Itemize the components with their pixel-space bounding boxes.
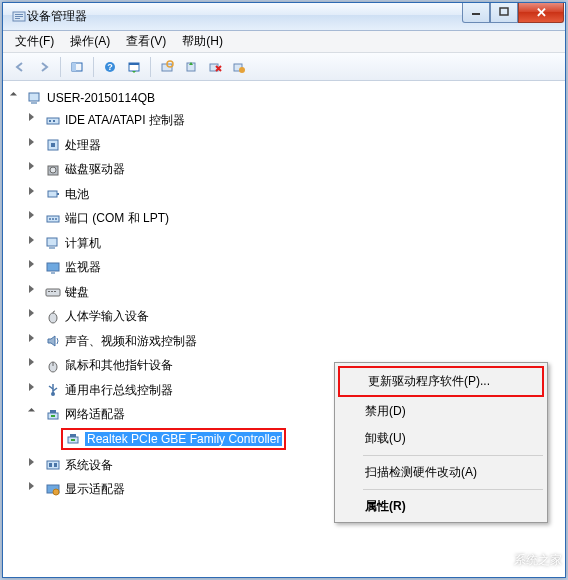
menu-separator — [363, 489, 543, 490]
maximize-button[interactable] — [490, 3, 518, 23]
svg-rect-49 — [50, 410, 56, 413]
node-label: 系统设备 — [65, 457, 113, 474]
tree-node[interactable]: IDE ATA/ATAPI 控制器 — [43, 109, 561, 134]
tree-node[interactable]: 电池 — [43, 183, 561, 208]
expand-toggle[interactable] — [29, 383, 38, 392]
menu-help[interactable]: 帮助(H) — [174, 31, 231, 52]
separator — [93, 57, 94, 77]
hid-icon — [45, 309, 61, 325]
network-adapter-icon — [65, 431, 81, 447]
expand-toggle[interactable] — [29, 187, 38, 196]
node-label: 监视器 — [65, 259, 101, 276]
forward-button[interactable] — [33, 56, 55, 78]
expand-toggle[interactable] — [29, 113, 38, 122]
tree-node[interactable]: 键盘 — [43, 281, 561, 306]
svg-rect-27 — [48, 191, 57, 197]
system-icon — [45, 457, 61, 473]
expand-toggle[interactable] — [29, 407, 38, 416]
titlebar[interactable]: 设备管理器 ✕ — [3, 3, 565, 31]
watermark: 系统之家 — [482, 546, 562, 574]
close-button[interactable]: ✕ — [518, 3, 564, 23]
scan-hardware-button[interactable] — [156, 56, 178, 78]
tree-node[interactable]: 磁盘驱动器 — [43, 158, 561, 183]
update-driver-button[interactable] — [180, 56, 202, 78]
show-hide-console-button[interactable] — [66, 56, 88, 78]
expand-toggle[interactable] — [29, 334, 38, 343]
computer-icon — [45, 235, 61, 251]
app-icon — [11, 9, 27, 25]
node-label: 显示适配器 — [65, 481, 125, 498]
expand-toggle[interactable] — [29, 309, 38, 318]
menu-separator — [363, 455, 543, 456]
expand-toggle[interactable] — [29, 358, 38, 367]
svg-rect-54 — [47, 461, 59, 469]
network-icon — [45, 407, 61, 423]
selected-device-label: Realtek PCIe GBE Family Controller — [85, 432, 282, 446]
svg-point-31 — [52, 218, 54, 220]
expand-toggle[interactable] — [29, 162, 38, 171]
node-label: 声音、视频和游戏控制器 — [65, 333, 197, 350]
tree-node[interactable]: 人体学输入设备 — [43, 305, 561, 330]
minimize-button[interactable] — [462, 3, 490, 23]
context-menu: 更新驱动程序软件(P)... 禁用(D) 卸载(U) 扫描检测硬件改动(A) 属… — [334, 362, 548, 523]
svg-rect-37 — [46, 289, 60, 296]
node-label: 处理器 — [65, 137, 101, 154]
svg-rect-38 — [48, 291, 50, 292]
expand-toggle[interactable] — [11, 91, 20, 100]
expand-toggle[interactable] — [29, 285, 38, 294]
menu-action[interactable]: 操作(A) — [62, 31, 118, 52]
monitor-icon — [45, 260, 61, 276]
menubar: 文件(F) 操作(A) 查看(V) 帮助(H) — [3, 31, 565, 53]
svg-rect-11 — [129, 63, 139, 65]
menu-uninstall[interactable]: 卸载(U) — [337, 425, 545, 452]
expand-toggle[interactable] — [29, 260, 38, 269]
cpu-icon — [45, 137, 61, 153]
expand-toggle[interactable] — [29, 458, 38, 467]
tree-node[interactable]: 监视器 — [43, 256, 561, 281]
svg-rect-56 — [54, 463, 57, 467]
separator — [60, 57, 61, 77]
separator — [150, 57, 151, 77]
node-label: 端口 (COM 和 LPT) — [65, 210, 169, 227]
node-label: 计算机 — [65, 235, 101, 252]
tree-node[interactable]: 声音、视频和游戏控制器 — [43, 330, 561, 355]
svg-rect-19 — [31, 102, 37, 104]
node-label: 键盘 — [65, 284, 89, 301]
expand-toggle[interactable] — [29, 482, 38, 491]
svg-rect-1 — [15, 14, 23, 15]
node-label: 鼠标和其他指针设备 — [65, 357, 173, 374]
svg-rect-24 — [51, 143, 55, 147]
disable-button[interactable] — [204, 56, 226, 78]
back-button[interactable] — [9, 56, 31, 78]
svg-rect-18 — [29, 93, 39, 101]
svg-rect-22 — [53, 120, 55, 122]
expand-toggle[interactable] — [29, 236, 38, 245]
uninstall-button[interactable] — [228, 56, 250, 78]
node-label: 通用串行总线控制器 — [65, 382, 173, 399]
svg-rect-33 — [47, 238, 57, 246]
root-label: USER-20150114QB — [47, 91, 155, 105]
highlight-box: 更新驱动程序软件(P)... — [338, 366, 544, 397]
tree-node[interactable]: 计算机 — [43, 232, 561, 257]
menu-properties[interactable]: 属性(R) — [337, 493, 545, 520]
properties-button[interactable] — [123, 56, 145, 78]
menu-file[interactable]: 文件(F) — [7, 31, 62, 52]
menu-view[interactable]: 查看(V) — [118, 31, 174, 52]
menu-scan-hardware[interactable]: 扫描检测硬件改动(A) — [337, 459, 545, 486]
sound-icon — [45, 333, 61, 349]
mouse-icon — [45, 358, 61, 374]
menu-update-driver[interactable]: 更新驱动程序软件(P)... — [340, 368, 542, 395]
svg-point-17 — [239, 67, 245, 73]
svg-text:?: ? — [107, 62, 113, 72]
svg-point-30 — [49, 218, 51, 220]
tree-node[interactable]: 处理器 — [43, 134, 561, 159]
svg-rect-36 — [51, 272, 55, 274]
svg-point-26 — [50, 167, 56, 173]
help-button[interactable]: ? — [99, 56, 121, 78]
expand-toggle[interactable] — [29, 138, 38, 147]
menu-disable[interactable]: 禁用(D) — [337, 398, 545, 425]
disk-icon — [45, 162, 61, 178]
tree-node[interactable]: 端口 (COM 和 LPT) — [43, 207, 561, 232]
port-icon — [45, 211, 61, 227]
expand-toggle[interactable] — [29, 211, 38, 220]
